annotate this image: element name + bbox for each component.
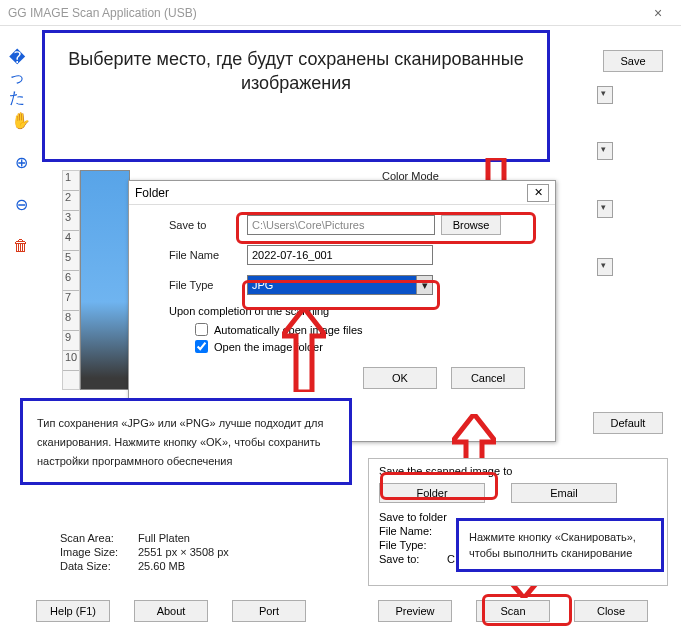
zoom-in-icon[interactable]: ⊕ bbox=[9, 150, 33, 174]
preview-button[interactable]: Preview bbox=[378, 600, 452, 622]
callout-save-location: Выберите место, где будут сохранены скан… bbox=[42, 30, 550, 162]
auto-open-files-checkbox[interactable]: Automatically open image files bbox=[195, 323, 539, 336]
open-folder-checkbox-input[interactable] bbox=[195, 340, 208, 353]
scan-area-value: Full Platen bbox=[138, 532, 190, 544]
save-to-input[interactable] bbox=[247, 215, 435, 235]
callout-text-1: Выберите место, где будут сохранены скан… bbox=[63, 47, 529, 96]
callout-scan: Нажмите кнопку «Сканировать», чтобы выпо… bbox=[456, 518, 664, 572]
data-size-label: Data Size: bbox=[42, 560, 138, 572]
cancel-button[interactable]: Cancel bbox=[451, 367, 525, 389]
callout-text-3: Нажмите кнопку «Сканировать», чтобы выпо… bbox=[469, 531, 636, 559]
save-panel-title: Save the scanned image to bbox=[379, 465, 657, 477]
image-size-label: Image Size: bbox=[42, 546, 138, 558]
tool-strip: �った ✋ ⊕ ⊖ 🗑 bbox=[0, 26, 42, 326]
side-dropdown-3[interactable] bbox=[597, 200, 613, 218]
help-button[interactable]: Help (F1) bbox=[36, 600, 110, 622]
hand-icon[interactable]: ✋ bbox=[9, 108, 33, 132]
save-to-folder-label: Save to folder bbox=[379, 511, 447, 523]
callout-filetype: Тип сохранения «JPG» или «PNG» лучше под… bbox=[20, 398, 352, 485]
browse-button[interactable]: Browse bbox=[441, 215, 501, 235]
side-dropdown-2[interactable] bbox=[597, 142, 613, 160]
ruler-vertical: 12345678910 bbox=[62, 170, 80, 390]
default-button[interactable]: Default bbox=[593, 412, 663, 434]
email-button[interactable]: Email bbox=[511, 483, 617, 503]
folder-button[interactable]: Folder bbox=[379, 483, 485, 503]
about-button[interactable]: About bbox=[134, 600, 208, 622]
folder-dialog-header: Folder ✕ bbox=[129, 181, 555, 205]
info-panel: Scan Area:Full Platen Image Size:2551 px… bbox=[42, 530, 322, 574]
close-button[interactable]: Close bbox=[574, 600, 648, 622]
window-title: GG IMAGE Scan Application (USB) bbox=[8, 6, 643, 20]
scan-button[interactable]: Scan bbox=[476, 600, 550, 622]
file-type-select[interactable]: JPG ▾ bbox=[247, 275, 433, 295]
side-dropdown-1[interactable] bbox=[597, 86, 613, 104]
save-to-label: Save to bbox=[169, 219, 247, 231]
file-name-label: File Name bbox=[169, 249, 247, 261]
auto-open-checkbox-input[interactable] bbox=[195, 323, 208, 336]
open-folder-checkbox[interactable]: Open the image folder bbox=[195, 340, 539, 353]
ok-button[interactable]: OK bbox=[363, 367, 437, 389]
titlebar: GG IMAGE Scan Application (USB) × bbox=[0, 0, 681, 26]
scan-preview-image bbox=[80, 170, 130, 390]
scan-area-label: Scan Area: bbox=[42, 532, 138, 544]
folder-dialog-close-icon[interactable]: ✕ bbox=[527, 184, 549, 202]
save-button[interactable]: Save bbox=[603, 50, 663, 72]
trash-icon[interactable]: 🗑 bbox=[9, 234, 33, 258]
zoom-out-icon[interactable]: ⊖ bbox=[9, 192, 33, 216]
sp-filetype-label: File Type: bbox=[379, 539, 447, 551]
port-button[interactable]: Port bbox=[232, 600, 306, 622]
bottom-buttons-right: Preview Scan Close bbox=[378, 600, 648, 622]
file-name-input[interactable] bbox=[247, 245, 433, 265]
arrow-to-filetype bbox=[282, 308, 326, 392]
folder-dialog-title: Folder bbox=[135, 186, 527, 200]
file-type-label: File Type bbox=[169, 279, 247, 291]
callout-text-2: Тип сохранения «JPG» или «PNG» лучше под… bbox=[37, 417, 323, 467]
chevron-down-icon[interactable]: ▾ bbox=[416, 276, 432, 294]
file-type-value: JPG bbox=[252, 279, 273, 291]
sp-filename-label: File Name: bbox=[379, 525, 447, 537]
bottom-buttons-left: Help (F1) About Port bbox=[36, 600, 306, 622]
crop-icon[interactable]: �った bbox=[9, 66, 33, 90]
data-size-value: 25.60 MB bbox=[138, 560, 185, 572]
upon-completion-label: Upon completion of the scanning bbox=[169, 305, 539, 317]
sp-saveto-label: Save to: bbox=[379, 553, 447, 565]
side-dropdown-4[interactable] bbox=[597, 258, 613, 276]
window-close-icon[interactable]: × bbox=[643, 5, 673, 21]
image-size-value: 2551 px × 3508 px bbox=[138, 546, 229, 558]
